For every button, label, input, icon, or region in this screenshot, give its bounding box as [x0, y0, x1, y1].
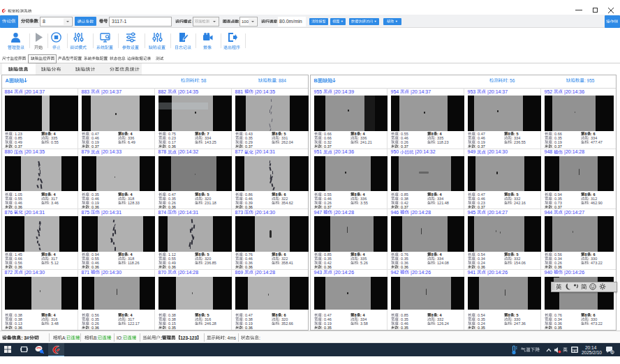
svg-text:6: 6	[612, 349, 614, 354]
